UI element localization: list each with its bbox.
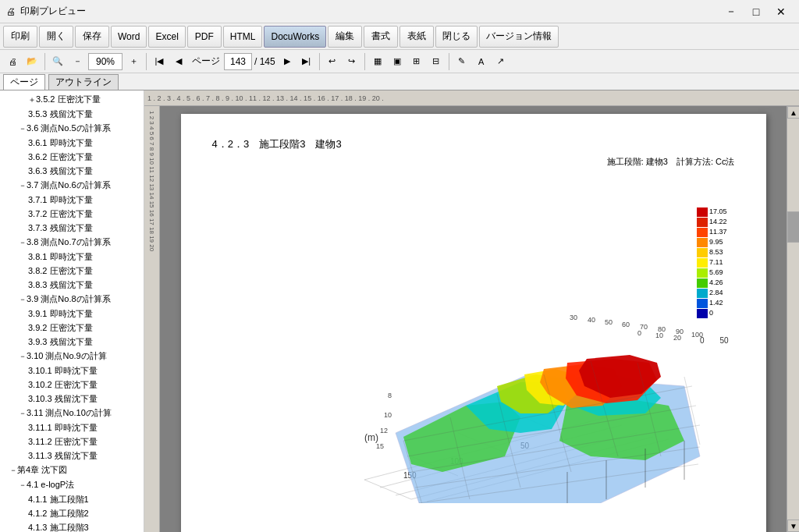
close-doc-button[interactable]: 閉じる: [435, 26, 478, 48]
tool-btn3[interactable]: ↗: [492, 52, 510, 71]
sidebar-item[interactable]: 4.1.1 施工段階1: [0, 492, 144, 506]
sidebar-item[interactable]: －3.9 測点No.8の計算系: [0, 292, 144, 307]
svg-text:30: 30: [570, 314, 577, 321]
format-button[interactable]: 書式: [364, 26, 398, 48]
tb2-print-btn[interactable]: 🖨: [3, 52, 22, 71]
back-btn[interactable]: ↩: [323, 52, 342, 71]
svg-text:40: 40: [588, 316, 595, 324]
save-button[interactable]: 保存: [75, 26, 109, 48]
legend-item: 11.37: [697, 227, 727, 237]
page-label: ページ: [192, 55, 220, 68]
content-area: 1 . 2 . 3 . 4 . 5 . 6 . 7 . 8 . 9 . 10 .…: [144, 90, 799, 532]
version-button[interactable]: バージョン情報: [479, 26, 559, 48]
sidebar-item[interactable]: 3.5.3 残留沈下量: [0, 107, 144, 121]
sidebar-item[interactable]: 4.1.3 施工段階3: [0, 520, 144, 532]
chart-legend: 17.0514.2211.379.958.537.115.694.262.841…: [697, 207, 727, 318]
view-btn4[interactable]: ⊟: [427, 52, 446, 71]
vertical-scrollbar[interactable]: ▲ ▼: [787, 106, 799, 532]
svg-text:15: 15: [376, 442, 384, 450]
page-container[interactable]: 4．2．3 施工段階3 建物3 施工段階: 建物3 計算方法: Cc法 (m) …: [160, 106, 787, 532]
page-title: 4．2．3 施工段階3 建物3: [212, 137, 735, 151]
open-button[interactable]: 開く: [39, 26, 73, 48]
legend-item: 17.05: [697, 207, 727, 217]
sidebar-item[interactable]: －3.10 測点No.9の計算: [0, 349, 144, 364]
tool-btn2[interactable]: A: [472, 52, 491, 71]
zoom-input[interactable]: [88, 53, 123, 70]
app-title: 印刷プレビュー: [20, 5, 86, 18]
legend-item: 14.22: [697, 217, 727, 227]
page-tab[interactable]: ページ: [3, 74, 45, 90]
sidebar-item[interactable]: 3.8.1 即時沈下量: [0, 250, 144, 264]
sidebar-item[interactable]: 3.11.1 即時沈下量: [0, 420, 144, 434]
view-btn3[interactable]: ⊞: [407, 52, 426, 71]
sidebar-item[interactable]: 4.1.2 施工段階2: [0, 506, 144, 520]
html-button[interactable]: HTML: [223, 26, 263, 48]
sidebar-item[interactable]: －第4章 沈下図: [0, 463, 144, 477]
zoom-area: － ＋: [68, 52, 143, 71]
sidebar-item[interactable]: 3.8.3 残留沈下量: [0, 278, 144, 292]
minimize-button[interactable]: －: [719, 4, 743, 20]
view-btn1[interactable]: ▦: [368, 52, 387, 71]
sidebar-item[interactable]: 3.9.3 残留沈下量: [0, 335, 144, 349]
svg-text:10: 10: [384, 411, 392, 419]
separator-5: [449, 53, 449, 70]
secondary-toolbar: 🖨 📂 🔍 － ＋ |◀ ◀ ページ / 145 ▶ ▶| ↩ ↪ ▦ ▣ ⊞ …: [0, 50, 799, 73]
tb2-open-btn[interactable]: 📂: [23, 52, 41, 71]
page-input[interactable]: [224, 53, 252, 70]
svg-text:50: 50: [605, 318, 613, 326]
sidebar-item[interactable]: －3.7 測点No.6の計算系: [0, 178, 144, 193]
next-page-btn[interactable]: ▶: [278, 52, 297, 71]
cover-button[interactable]: 表紙: [400, 26, 434, 48]
titlebar: 🖨 印刷プレビュー － □ ✕: [0, 0, 799, 23]
sidebar-item[interactable]: 3.6.2 圧密沈下量: [0, 150, 144, 164]
sidebar-item[interactable]: －3.8 測点No.7の計算系: [0, 235, 144, 250]
prev-page-btn[interactable]: ◀: [169, 52, 188, 71]
sidebar-item[interactable]: 3.8.2 圧密沈下量: [0, 264, 144, 278]
tb2-zoom-out-btn[interactable]: 🔍: [48, 52, 67, 71]
svg-text:8: 8: [388, 392, 392, 399]
sidebar-item[interactable]: －3.11 測点No.10の計算: [0, 406, 144, 420]
separator-3: [319, 53, 320, 70]
window-close-button[interactable]: ✕: [769, 4, 793, 20]
view-btn2[interactable]: ▣: [388, 52, 407, 71]
tool-btn1[interactable]: ✎: [453, 52, 471, 71]
svg-text:0　　50　　100(m): 0 50 100(m): [700, 336, 731, 345]
excel-button[interactable]: Excel: [148, 26, 185, 48]
sidebar-item[interactable]: 3.7.2 圧密沈下量: [0, 207, 144, 221]
sidebar-item[interactable]: 3.9.2 圧密沈下量: [0, 321, 144, 335]
svg-line-10: [364, 480, 411, 499]
titlebar-left: 🖨 印刷プレビュー: [6, 5, 86, 18]
last-page-btn[interactable]: ▶|: [297, 52, 316, 71]
app-icon: 🖨: [6, 6, 16, 17]
sidebar-item[interactable]: 3.7.1 即時沈下量: [0, 193, 144, 207]
forward-btn[interactable]: ↪: [343, 52, 361, 71]
edit-button[interactable]: 編集: [328, 26, 362, 48]
legend-item: 5.69: [697, 268, 727, 278]
word-button[interactable]: Word: [111, 26, 147, 48]
sidebar-item[interactable]: 3.9.1 即時沈下量: [0, 307, 144, 321]
sidebar-item[interactable]: ＋3.5.2 圧密沈下量: [0, 92, 144, 107]
sidebar-item[interactable]: 3.11.3 残留沈下量: [0, 449, 144, 463]
maximize-button[interactable]: □: [744, 4, 768, 20]
sidebar-item[interactable]: 3.6.1 即時沈下量: [0, 136, 144, 150]
sidebar-item[interactable]: 3.10.1 即時沈下量: [0, 364, 144, 378]
sidebar-item[interactable]: 3.11.2 圧密沈下量: [0, 434, 144, 449]
print-button[interactable]: 印刷: [3, 26, 37, 48]
sidebar-item[interactable]: －4.1 e-logP法: [0, 477, 144, 492]
docuworks-button[interactable]: DocuWorks: [264, 26, 326, 48]
sidebar-item[interactable]: 3.6.3 残留沈下量: [0, 164, 144, 178]
sidebar-item[interactable]: 3.10.3 残留沈下量: [0, 392, 144, 406]
sidebar-item[interactable]: －3.6 測点No.5の計算系: [0, 121, 144, 136]
sidebar-item[interactable]: 3.7.3 残留沈下量: [0, 221, 144, 235]
first-page-btn[interactable]: |◀: [150, 52, 169, 71]
tb2-zoom-plus[interactable]: ＋: [124, 52, 143, 71]
separator-2: [146, 53, 147, 70]
legend-item: 0: [697, 308, 727, 318]
tb2-zoom-minus[interactable]: －: [68, 52, 87, 71]
outline-tab[interactable]: アウトライン: [48, 74, 119, 90]
pdf-button[interactable]: PDF: [187, 26, 222, 48]
sidebar-item[interactable]: 3.10.2 圧密沈下量: [0, 378, 144, 392]
svg-text:60: 60: [622, 321, 630, 328]
legend-item: 4.26: [697, 278, 727, 288]
page-subtitle: 施工段階: 建物3 計算方法: Cc法: [212, 156, 735, 168]
